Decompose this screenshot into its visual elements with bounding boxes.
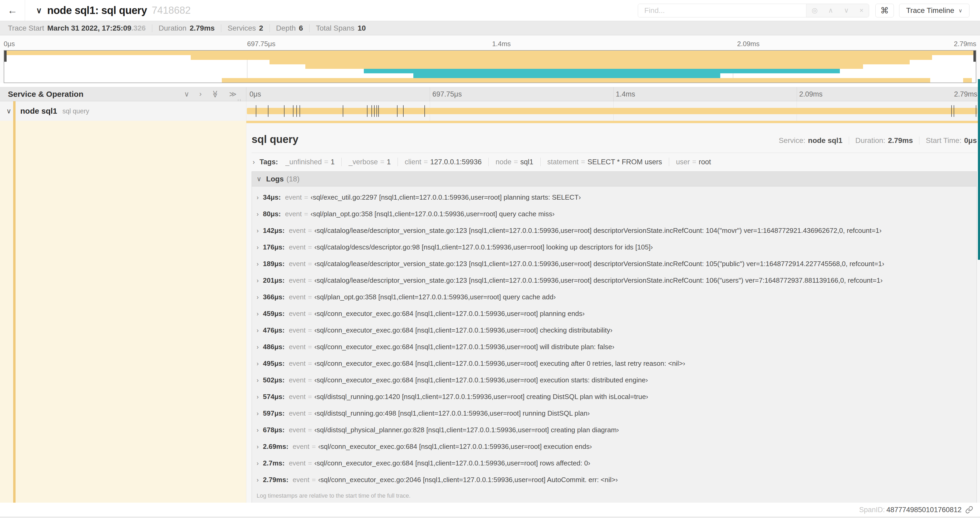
chevron-right-icon[interactable]: ›	[256, 244, 259, 251]
log-entry[interactable]: ›176μs:event=‹sql/catalog/descs/descript…	[252, 239, 977, 256]
log-timestamp: 486μs:	[263, 343, 285, 351]
log-timestamp: 574μs:	[263, 393, 285, 401]
log-marker	[296, 105, 297, 117]
equals-sign: =	[304, 193, 308, 201]
chevron-right-icon[interactable]: ›	[256, 343, 259, 351]
tag-key: node	[496, 158, 511, 166]
minimap-left-scrubber-handle[interactable]	[4, 51, 6, 62]
chevron-right-icon[interactable]: ›	[256, 443, 259, 450]
tag[interactable]: node=sql1	[496, 158, 533, 166]
span-name-cell[interactable]: ∨ node sql1 sql query	[0, 101, 246, 121]
span-color-stripe	[13, 121, 16, 503]
prev-match-icon[interactable]: ∧	[828, 6, 833, 14]
log-field: event	[293, 442, 310, 451]
find-input[interactable]	[638, 4, 806, 17]
log-entry[interactable]: ›502μs:event=‹sql/conn_executor_exec.go:…	[252, 372, 977, 388]
minimap-span-bar	[222, 78, 930, 83]
log-entry[interactable]: ›34μs:event=‹sql/exec_util.go:2297 [nsql…	[252, 189, 977, 206]
equals-sign: =	[312, 476, 316, 484]
expand-all-icon[interactable]: ≫	[229, 90, 237, 98]
clear-find-icon[interactable]: ×	[859, 6, 863, 14]
chevron-right-icon[interactable]: ›	[256, 294, 259, 301]
log-entry[interactable]: ›2.7ms:event=‹sql/conn_executor_exec.go:…	[252, 455, 977, 471]
next-match-icon[interactable]: ∨	[844, 6, 849, 14]
chevron-right-icon[interactable]: ›	[256, 460, 259, 467]
log-entry[interactable]: ›2.69ms:event=‹sql/conn_executor_exec.go…	[252, 438, 977, 455]
tag[interactable]: client=127.0.0.1:59936	[405, 158, 482, 166]
minimap-span-bar	[191, 55, 932, 60]
chevron-right-icon[interactable]: ›	[256, 211, 259, 218]
log-entry[interactable]: ›459μs:event=‹sql/conn_executor_exec.go:…	[252, 305, 977, 322]
collapse-all-icon[interactable]: ≫	[211, 91, 220, 98]
log-entry[interactable]: ›495μs:event=‹sql/conn_executor_exec.go:…	[252, 355, 977, 372]
start-time-label: Start Time:	[926, 136, 961, 145]
log-entry[interactable]: ›597μs:event=‹sql/distsql_running.go:498…	[252, 405, 977, 422]
minimap-right-scrubber-handle[interactable]	[974, 51, 976, 62]
equals-sign: =	[308, 326, 312, 334]
minimap-span-bar	[364, 69, 840, 73]
chevron-right-icon[interactable]: ›	[256, 277, 259, 284]
minimap-span-bar	[4, 51, 976, 55]
log-timestamp: 189μs:	[263, 260, 285, 268]
collapse-one-icon[interactable]: ∨	[184, 90, 189, 98]
locate-icon[interactable]: ◎	[812, 6, 818, 14]
chevron-right-icon[interactable]: ›	[256, 410, 259, 417]
span-overview: Service: node sql1 Duration: 2.79ms Star…	[779, 136, 977, 145]
chevron-right-icon[interactable]: ›	[256, 393, 259, 401]
chevron-right-icon[interactable]: ›	[253, 158, 255, 166]
tag[interactable]: _unfinished=1	[285, 158, 334, 166]
link-icon[interactable]	[965, 506, 973, 514]
ruler-time-label: 1.4ms	[616, 87, 635, 101]
log-entry[interactable]: ›574μs:event=‹sql/distsql_running.go:142…	[252, 388, 977, 405]
log-timestamp: 678μs:	[263, 426, 285, 434]
log-value: ‹sql/conn_executor_exec.go:684 [nsql1,cl…	[314, 376, 648, 384]
chevron-down-icon[interactable]: ∨	[256, 175, 261, 183]
back-button[interactable]: ←	[0, 0, 25, 21]
span-bar-cell[interactable]	[246, 101, 980, 121]
tag[interactable]: user=root	[676, 158, 711, 166]
tag[interactable]: statement=SELECT * FROM users	[547, 158, 662, 166]
chevron-right-icon[interactable]: ›	[256, 360, 259, 367]
log-entry[interactable]: ›366μs:event=‹sql/plan_opt.go:358 [nsql1…	[252, 289, 977, 305]
minimap-time-labels: 0μs697.75μs1.4ms2.09ms2.79ms	[0, 35, 980, 50]
trace-info-item: Services2	[228, 24, 263, 32]
chevron-down-icon[interactable]: ∨	[6, 107, 11, 115]
trace-title: node sql1: sql query	[47, 5, 147, 16]
tag-value: root	[698, 158, 711, 166]
divider	[309, 24, 310, 32]
chevron-right-icon[interactable]: ›	[256, 327, 259, 334]
log-entry[interactable]: ›678μs:event=‹sql/distsql_physical_plann…	[252, 422, 977, 438]
log-entry[interactable]: ›476μs:event=‹sql/conn_executor_exec.go:…	[252, 322, 977, 339]
chevron-right-icon[interactable]: ›	[256, 227, 259, 235]
chevron-right-icon[interactable]: ›	[256, 260, 259, 268]
minimap-canvas[interactable]	[4, 50, 976, 83]
trace-collapse-chevron-icon[interactable]: ∨	[36, 6, 42, 15]
log-entry[interactable]: ›2.79ms:event=‹sql/conn_executor_exec.go…	[252, 471, 977, 488]
tag[interactable]: _verbose=1	[348, 158, 391, 166]
keyboard-shortcuts-button[interactable]: ⌘	[875, 4, 894, 18]
chevron-right-icon[interactable]: ›	[256, 194, 259, 201]
divider	[919, 137, 920, 145]
chevron-right-icon[interactable]: ›	[256, 310, 259, 318]
expand-one-icon[interactable]: ›	[199, 90, 202, 98]
span-duration-bar[interactable]	[247, 108, 977, 114]
log-entry[interactable]: ›142μs:event=‹sql/catalog/lease/descript…	[252, 222, 977, 239]
chevron-right-icon[interactable]: ›	[256, 377, 259, 384]
service-operation-title: Service & Operation	[8, 89, 84, 99]
chevron-right-icon[interactable]: ›	[256, 476, 259, 484]
log-timestamp: 495μs:	[263, 359, 285, 367]
tag-key: statement	[547, 158, 579, 166]
log-entry[interactable]: ›486μs:event=‹sql/conn_executor_exec.go:…	[252, 339, 977, 355]
span-service-name: node sql1	[20, 107, 57, 115]
tag-key: user	[676, 158, 690, 166]
log-field: event	[289, 326, 305, 334]
log-entry[interactable]: ›189μs:event=‹sql/catalog/lease/descript…	[252, 256, 977, 272]
span-detail-row: sql query Service: node sql1 Duration: 2…	[0, 121, 980, 503]
log-marker	[256, 105, 256, 117]
log-entry[interactable]: ›201μs:event=‹sql/catalog/lease/descript…	[252, 272, 977, 289]
trace-view-dropdown[interactable]: Trace Timeline ∨	[899, 4, 969, 18]
log-entry[interactable]: ›80μs:event=‹sql/plan_opt.go:358 [nsql1,…	[252, 206, 977, 222]
chevron-right-icon[interactable]: ›	[256, 426, 259, 434]
logs-header[interactable]: ∨ Logs (18)	[252, 172, 977, 187]
tags-row[interactable]: › Tags: _unfinished=1_verbose=1client=12…	[251, 153, 977, 170]
